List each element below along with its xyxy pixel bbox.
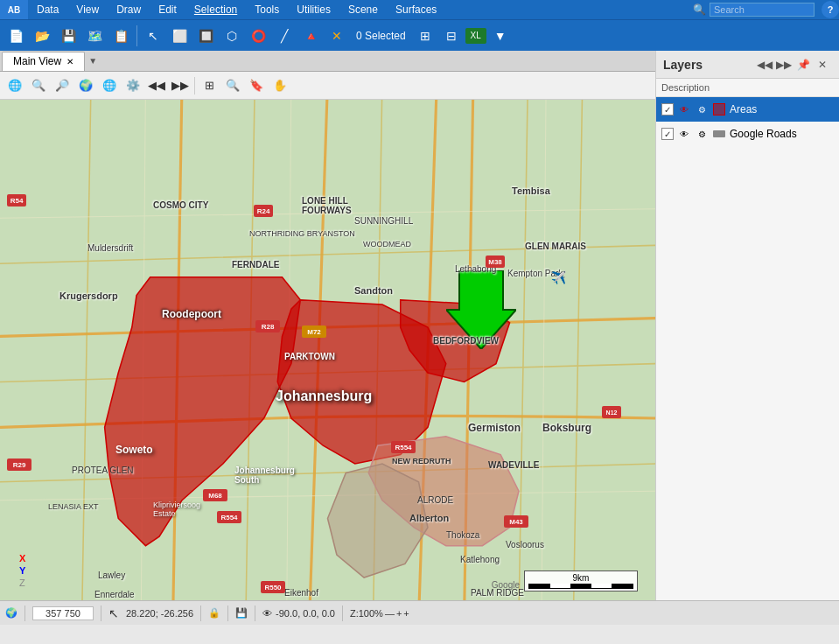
grid-button[interactable]: ⊞: [198, 74, 220, 97]
coord-x-field[interactable]: 357 750: [32, 606, 94, 620]
layer-road-icon-roads: [712, 127, 726, 141]
panel-pin-button[interactable]: 📌: [794, 55, 813, 74]
select-tool2[interactable]: 🔲: [193, 24, 218, 48]
export-excel[interactable]: XL: [465, 28, 486, 44]
zoom-slider[interactable]: +: [396, 608, 402, 619]
layer-name-areas: Areas: [730, 103, 757, 116]
zoom-control: Z:100% — + +: [350, 608, 409, 619]
menu-scene[interactable]: Scene: [339, 0, 387, 19]
menu-selection[interactable]: Selection: [185, 0, 246, 19]
menu-view[interactable]: View: [67, 0, 108, 19]
map-area: Main View ✕ ▼ 🌐 🔍 🔎 🌍 🌐 ⚙️ ◀◀ ▶▶ ⊞ 🔍 🔖 ✋: [0, 51, 655, 600]
menu-data[interactable]: Data: [28, 0, 67, 19]
eye-icon: 👁: [262, 608, 272, 619]
tab-close-icon[interactable]: ✕: [66, 57, 73, 66]
layer-item-googleroads[interactable]: 👁 ⚙ Google Roads: [656, 122, 839, 146]
zoom-in-icon[interactable]: +: [403, 608, 409, 619]
identify-button[interactable]: 🔍: [221, 74, 244, 97]
clear-selection-button[interactable]: ✕: [325, 24, 349, 48]
layers-title: Layers: [663, 58, 755, 72]
map-button[interactable]: 🗺️: [82, 24, 107, 48]
map-canvas[interactable]: Tembisa COSMO CITY LONE HILLFOURWAYS SUN…: [0, 100, 655, 600]
dropdown-btn[interactable]: ▼: [488, 24, 513, 48]
search-input[interactable]: [710, 3, 815, 17]
bookmark-button[interactable]: 🔖: [245, 74, 268, 97]
layer-eye-icon-areas: 👁: [677, 102, 691, 116]
select-poly-button[interactable]: ⬡: [220, 24, 244, 48]
layers-header: Layers ◀◀ ▶▶ 📌 ✕: [656, 51, 839, 79]
scale-line: [528, 584, 633, 589]
globe2-button[interactable]: 🌐: [98, 74, 121, 97]
zoom-value: Z:100%: [350, 608, 383, 619]
layer-button[interactable]: 📋: [108, 24, 133, 48]
menu-bar: AB Data View Draw Edit Selection Tools U…: [0, 0, 839, 19]
layer-settings-icon-areas: ⚙: [695, 102, 709, 116]
pan-button[interactable]: ✋: [269, 74, 291, 97]
forward-button[interactable]: ▶▶: [169, 74, 192, 97]
settings-button[interactable]: ⚙️: [122, 74, 144, 97]
zoom-out-button[interactable]: 🔎: [51, 74, 73, 97]
coord-x-value[interactable]: 357 750: [32, 606, 94, 620]
select-rect-button[interactable]: ⬜: [167, 24, 192, 48]
zoom-in-button[interactable]: 🔍: [27, 74, 50, 97]
layer-check-areas[interactable]: [661, 103, 674, 116]
menu-draw[interactable]: Draw: [108, 0, 150, 19]
zoom-out-icon[interactable]: —: [385, 608, 395, 619]
main-content: Main View ✕ ▼ 🌐 🔍 🔎 🌍 🌐 ⚙️ ◀◀ ▶▶ ⊞ 🔍 🔖 ✋: [0, 51, 839, 600]
lock-icon: 🔒: [208, 607, 220, 619]
new-button[interactable]: 📄: [3, 24, 28, 48]
map-toolbar: 🌐 🔍 🔎 🌍 🌐 ⚙️ ◀◀ ▶▶ ⊞ 🔍 🔖 ✋: [0, 72, 655, 100]
layer-name-googleroads: Google Roads: [730, 128, 797, 140]
layers-panel: Layers ◀◀ ▶▶ 📌 ✕ Description 👁 ⚙ Areas 👁…: [655, 51, 839, 600]
coordinates-display: 28.220; -26.256: [126, 608, 193, 619]
save-button[interactable]: 💾: [56, 24, 80, 48]
layer-shape-icon-areas: [712, 102, 726, 116]
menu-surfaces[interactable]: Surfaces: [387, 0, 445, 19]
main-toolbar: 📄 📂 💾 🗺️ 📋 ↖ ⬜ 🔲 ⬡ ⭕ ╱ 🔺 ✕ 0 Selected ⊞ …: [0, 19, 839, 51]
map-svg: [0, 100, 655, 600]
zoom-full-button[interactable]: 🌐: [3, 74, 26, 97]
globe-status-icon: 🌍: [5, 607, 17, 619]
select-circle-button[interactable]: ⭕: [246, 24, 270, 48]
search-icon: 🔍: [693, 4, 706, 16]
save-status-icon: 💾: [235, 607, 248, 619]
cursor-icon: ↖: [108, 606, 119, 620]
select-mode1[interactable]: ⊞: [413, 24, 437, 48]
scale-bar: 9km: [524, 570, 638, 592]
rotation-display: 👁 -90.0, 0.0, 0.0: [262, 608, 335, 619]
selected-count: 0 Selected: [351, 30, 411, 42]
select-button[interactable]: ↖: [141, 24, 165, 48]
menu-utilities[interactable]: Utilities: [288, 0, 339, 19]
panel-collapse-left-button[interactable]: ◀◀: [755, 55, 774, 74]
open-button[interactable]: 📂: [30, 24, 54, 48]
select-mode2[interactable]: ⊟: [439, 24, 464, 48]
app-logo: AB: [0, 0, 28, 19]
tab-bar: Main View ✕ ▼: [0, 51, 655, 72]
layer-settings-icon-roads: ⚙: [695, 127, 709, 141]
help-button[interactable]: ?: [822, 1, 839, 18]
search-area: 🔍: [693, 3, 822, 17]
select-line-button[interactable]: ╱: [272, 24, 297, 48]
layer-check-googleroads[interactable]: [661, 128, 674, 140]
tab-dropdown-arrow[interactable]: ▼: [88, 56, 97, 66]
menu-tools[interactable]: Tools: [246, 0, 288, 19]
status-bar: 🌍 357 750 ↖ 28.220; -26.256 🔒 💾 👁 -90.0,…: [0, 600, 839, 625]
globe-button[interactable]: 🌍: [74, 74, 97, 97]
panel-collapse-right-button[interactable]: ▶▶: [774, 55, 794, 74]
select-fence-button[interactable]: 🔺: [298, 24, 323, 48]
main-view-tab[interactable]: Main View ✕: [2, 52, 85, 71]
layer-item-areas[interactable]: 👁 ⚙ Areas: [656, 97, 839, 122]
panel-close-button[interactable]: ✕: [813, 55, 832, 74]
layers-description-header: Description: [656, 79, 839, 97]
layer-eye-icon-roads: 👁: [677, 127, 691, 141]
back-button[interactable]: ◀◀: [145, 74, 168, 97]
menu-edit[interactable]: Edit: [150, 0, 185, 19]
scale-label: 9km: [573, 573, 590, 583]
